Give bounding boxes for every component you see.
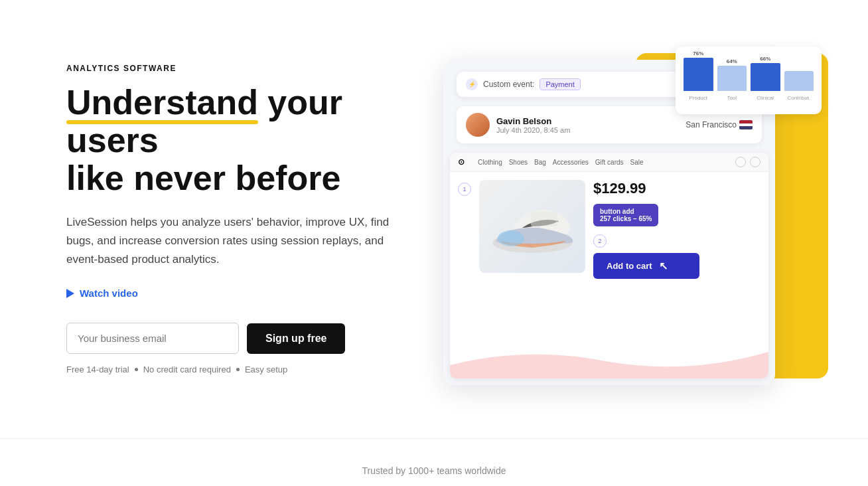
- svg-point-1: [498, 230, 524, 246]
- chart-card: 76% Product 64% Tool 66% Clinical: [676, 46, 822, 114]
- footnote-trial: Free 14-day trial: [66, 364, 129, 374]
- nav-icon-2: [750, 157, 760, 167]
- nav-giftcards: Gift cards: [595, 159, 624, 166]
- bullet-2: [236, 368, 240, 371]
- trusted-text: Trusted by 1000+ teams worldwide: [53, 465, 815, 476]
- watch-video-label: Watch video: [80, 287, 138, 299]
- click-tooltip: button add257 clicks – 65%: [593, 204, 658, 226]
- bar-label-3: Clinical: [757, 95, 774, 101]
- add-to-cart-label: Add to cart: [607, 261, 652, 271]
- user-name: Gavin Belson: [496, 116, 679, 126]
- bar-3: [751, 63, 780, 91]
- bullet-1: [135, 368, 138, 371]
- nav-accessories: Accessories: [553, 159, 589, 166]
- bar-2: [717, 66, 747, 91]
- bar-contrib: Contribut.: [784, 70, 814, 101]
- event-label: Custom event:: [483, 80, 534, 89]
- event-tag: Payment: [540, 78, 580, 90]
- footnote-setup: Easy setup: [245, 364, 287, 374]
- session-event-info: ⚡ Custom event: Payment: [466, 78, 581, 90]
- bar-4: [784, 71, 814, 91]
- product-content: 1: [450, 172, 768, 287]
- product-image-area: [479, 180, 585, 273]
- hero-description: LiveSession helps you analyze users' beh…: [66, 213, 398, 269]
- user-info: Gavin Belson July 4th 2020, 8:45 am: [496, 116, 679, 134]
- nav-items: Clothing Shoes Bag Accessories Gift card…: [478, 159, 644, 166]
- bar-product: 76% Product: [684, 50, 713, 101]
- svg-rect-2: [531, 212, 557, 226]
- user-date: July 4th 2020, 8:45 am: [496, 126, 679, 134]
- nav-clothing: Clothing: [478, 159, 502, 166]
- trusted-section: Trusted by 1000+ teams worldwide ✦✦ kiss…: [0, 438, 868, 486]
- bottom-wave: [450, 339, 768, 378]
- cursor-icon: ↖: [659, 260, 668, 272]
- bar-label-2: Tool: [727, 95, 737, 101]
- event-icon: ⚡: [466, 78, 478, 90]
- hero-section: ANALYTICS SOFTWARE Understand your users…: [0, 0, 868, 438]
- location-text: San Francisco: [686, 120, 737, 129]
- headline-underline: Understand: [66, 84, 258, 121]
- shoe-image: [486, 193, 579, 260]
- bar-value-3: 66%: [760, 56, 770, 62]
- bar-clinical: 66% Clinical: [751, 56, 780, 101]
- chart-bars: 76% Product 64% Tool 66% Clinical: [684, 54, 814, 101]
- email-input[interactable]: [66, 323, 239, 354]
- bar-label-4: Contribut.: [787, 95, 810, 101]
- bar-1: [684, 58, 713, 91]
- bar-tool: 64% Tool: [717, 58, 747, 101]
- nav-sale: Sale: [630, 159, 644, 166]
- add-to-cart-button: Add to cart ↖: [593, 253, 699, 279]
- nav-bag: Bag: [534, 159, 546, 166]
- signup-form: Sign up free: [66, 323, 438, 354]
- hero-eyebrow: ANALYTICS SOFTWARE: [66, 64, 438, 73]
- bar-value-2: 64%: [727, 58, 737, 64]
- hero-headline: Understand your userslike never before: [66, 84, 438, 198]
- signup-button[interactable]: Sign up free: [247, 323, 345, 354]
- form-footnote: Free 14-day trial No credit card require…: [66, 364, 438, 374]
- browser-mockup: ⊙ Clothing Shoes Bag Accessories Gift ca…: [450, 153, 768, 378]
- step-2-indicator: 2: [593, 234, 607, 248]
- brand-logo: ⊙: [458, 157, 465, 167]
- hero-mockup: 76% Product 64% Tool 66% Clinical: [443, 40, 815, 398]
- product-price: $129.99: [593, 180, 760, 197]
- watch-video-link[interactable]: Watch video: [66, 287, 138, 299]
- bar-label-1: Product: [689, 95, 707, 101]
- footnote-card: No credit card required: [143, 364, 231, 374]
- nav-shoes: Shoes: [509, 159, 528, 166]
- product-details: $129.99 button add257 clicks – 65% 2 Add…: [593, 180, 760, 279]
- hero-left: ANALYTICS SOFTWARE Understand your users…: [66, 64, 438, 375]
- user-location: San Francisco: [686, 120, 753, 129]
- play-icon: [66, 289, 74, 298]
- step-2-row: 2: [593, 234, 760, 248]
- bar-value-1: 76%: [693, 50, 703, 56]
- step-1-indicator: 1: [458, 183, 471, 196]
- nav-icons: [735, 157, 760, 167]
- browser-nav: ⊙ Clothing Shoes Bag Accessories Gift ca…: [450, 153, 768, 172]
- nav-icon-1: [735, 157, 746, 167]
- user-avatar: [466, 113, 490, 137]
- flag-icon: [739, 120, 753, 129]
